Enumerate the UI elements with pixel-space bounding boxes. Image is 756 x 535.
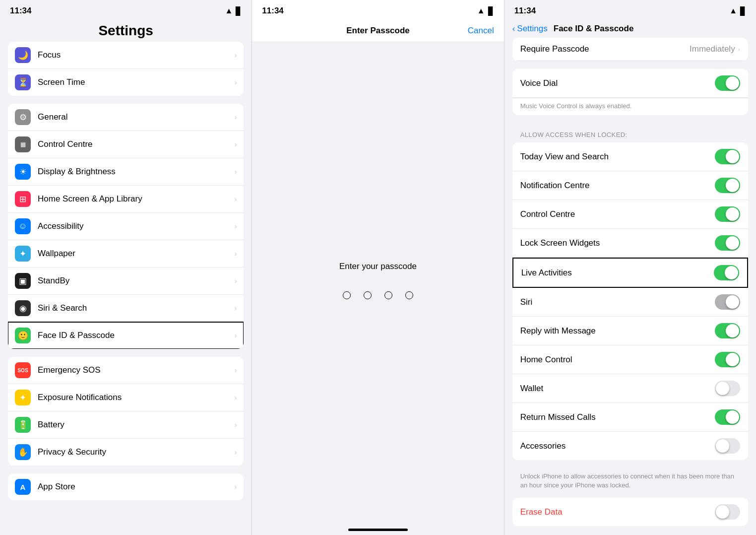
accessibility-icon: ☺ [15, 218, 31, 234]
return-missed-calls-label: Return Missed Calls [520, 412, 596, 422]
passcode-dot-2 [364, 291, 372, 299]
standby-label: StandBy [38, 276, 232, 286]
sidebar-item-siri[interactable]: ◉ Siri & Search › [8, 295, 244, 322]
sidebar-item-face-id[interactable]: 🙂 Face ID & Passcode › [8, 322, 244, 349]
siri-label: Siri & Search [38, 303, 232, 313]
back-chevron-icon: ‹ [512, 24, 515, 34]
battery-icon: ▊ [236, 6, 242, 16]
settings-nav-header: Settings [0, 19, 252, 42]
sidebar-item-control-centre[interactable]: ▦ Control Centre › [8, 131, 244, 158]
sidebar-item-exposure[interactable]: ✦ Exposure Notifications › [8, 384, 244, 411]
reply-message-row[interactable]: Reply with Message [512, 317, 748, 345]
middle-status-icons: ▲ ▊ [477, 6, 494, 16]
group-voice-dial: Voice Dial Music Voice Control is always… [512, 69, 748, 115]
sidebar-item-appstore[interactable]: A App Store › [8, 473, 244, 500]
control-centre-locked-label: Control Centre [520, 209, 575, 219]
require-passcode-row[interactable]: Require Passcode Immediately › [512, 38, 748, 61]
siri-locked-label: Siri [520, 297, 533, 307]
notification-centre-row[interactable]: Notification Centre [512, 171, 748, 200]
sidebar-item-home-screen[interactable]: ⊞ Home Screen & App Library › [8, 186, 244, 213]
wallpaper-icon: ✦ [15, 246, 31, 262]
siri-locked-toggle[interactable] [715, 294, 740, 310]
live-activities-label: Live Activities [521, 268, 572, 278]
standby-icon: ▣ [15, 273, 31, 289]
reply-message-toggle[interactable] [715, 323, 740, 338]
sidebar-item-battery[interactable]: 🔋 Battery › [8, 411, 244, 439]
group-emergency: SOS Emergency SOS › ✦ Exposure Notificat… [8, 357, 244, 466]
home-bar [348, 529, 408, 531]
privacy-icon: ✋ [15, 444, 31, 460]
home-control-row[interactable]: Home Control [512, 345, 748, 374]
control-centre-icon: ▦ [15, 136, 31, 152]
live-activities-toggle[interactable] [714, 265, 739, 280]
return-missed-calls-toggle[interactable] [715, 409, 740, 425]
require-passcode-value: Immediately [690, 44, 735, 54]
battery-icon-right: ▊ [740, 6, 746, 16]
return-missed-calls-row[interactable]: Return Missed Calls [512, 403, 748, 432]
lock-screen-widgets-label: Lock Screen Widgets [520, 238, 600, 248]
today-view-toggle[interactable] [715, 149, 740, 164]
appstore-icon: A [15, 479, 31, 495]
display-icon: ☀ [15, 164, 31, 180]
erase-data-row[interactable]: Erase Data [512, 498, 748, 526]
screen-time-chevron: › [235, 78, 237, 86]
sidebar-item-display[interactable]: ☀ Display & Brightness › [8, 158, 244, 186]
exposure-label: Exposure Notifications [38, 393, 232, 402]
passcode-dot-4 [405, 291, 413, 299]
lock-screen-widgets-toggle[interactable] [715, 235, 740, 251]
group-locked-items: Today View and Search Notification Centr… [512, 142, 748, 460]
privacy-label: Privacy & Security [38, 447, 232, 457]
group-appstore: A App Store › [8, 473, 244, 500]
erase-data-label: Erase Data [520, 507, 563, 517]
face-id-header: ‹ Settings Face ID & Passcode [504, 19, 756, 38]
focus-label: Focus [38, 50, 232, 60]
today-view-row[interactable]: Today View and Search [512, 142, 748, 171]
sidebar-item-general[interactable]: ⚙ General › [8, 104, 244, 131]
control-centre-locked-row[interactable]: Control Centre [512, 200, 748, 229]
siri-icon: ◉ [15, 300, 31, 316]
wallet-label: Wallet [520, 384, 544, 394]
control-centre-locked-toggle[interactable] [715, 206, 740, 222]
voice-dial-row[interactable]: Voice Dial [512, 69, 748, 98]
lock-screen-widgets-row[interactable]: Lock Screen Widgets [512, 229, 748, 258]
home-control-toggle[interactable] [715, 352, 740, 367]
sidebar-item-screen-time[interactable]: ⏳ Screen Time › [8, 69, 244, 96]
home-screen-label: Home Screen & App Library [38, 194, 232, 204]
accessories-toggle[interactable] [715, 438, 740, 454]
face-id-icon: 🙂 [15, 328, 31, 343]
live-activities-row[interactable]: Live Activities [512, 258, 748, 288]
back-label: Settings [517, 24, 547, 34]
passcode-cancel-button[interactable]: Cancel [468, 26, 494, 36]
wallet-row[interactable]: Wallet [512, 374, 748, 403]
exposure-icon: ✦ [15, 390, 31, 405]
sidebar-item-standby[interactable]: ▣ StandBy › [8, 268, 244, 295]
require-passcode-value-group: Immediately › [690, 44, 740, 54]
right-panel: 11:34 ▲ ▊ ‹ Settings Face ID & Passcode … [504, 0, 756, 535]
back-button[interactable]: ‹ Settings [512, 24, 548, 34]
middle-time: 11:34 [262, 6, 283, 16]
passcode-dot-1 [343, 291, 351, 299]
emergency-icon: SOS [15, 362, 31, 378]
sidebar-item-focus[interactable]: 🌙 Focus › [8, 42, 244, 69]
general-label: General [38, 112, 232, 122]
focus-icon: 🌙 [15, 47, 31, 63]
passcode-title: Enter Passcode [346, 26, 410, 36]
home-control-label: Home Control [520, 355, 572, 365]
left-panel: 11:34 ▲ ▊ Settings 🌙 Focus › ⏳ Screen Ti… [0, 0, 252, 535]
accessories-row[interactable]: Accessories [512, 432, 748, 460]
appstore-label: App Store [38, 482, 232, 492]
erase-data-toggle[interactable] [715, 504, 740, 520]
notification-centre-toggle[interactable] [715, 178, 740, 193]
display-label: Display & Brightness [38, 167, 232, 177]
sidebar-item-emergency[interactable]: SOS Emergency SOS › [8, 357, 244, 384]
general-icon: ⚙ [15, 109, 31, 125]
battery-label: Battery [38, 420, 232, 430]
siri-locked-row[interactable]: Siri [512, 288, 748, 317]
voice-dial-toggle[interactable] [715, 75, 740, 91]
sidebar-item-privacy[interactable]: ✋ Privacy & Security › [8, 439, 244, 466]
sidebar-item-wallpaper[interactable]: ✦ Wallpaper › [8, 240, 244, 268]
passcode-prompt: Enter your passcode [339, 262, 417, 271]
sidebar-item-accessibility[interactable]: ☺ Accessibility › [8, 213, 244, 240]
wallet-toggle[interactable] [715, 381, 740, 396]
group-require-passcode: Require Passcode Immediately › [512, 38, 748, 61]
